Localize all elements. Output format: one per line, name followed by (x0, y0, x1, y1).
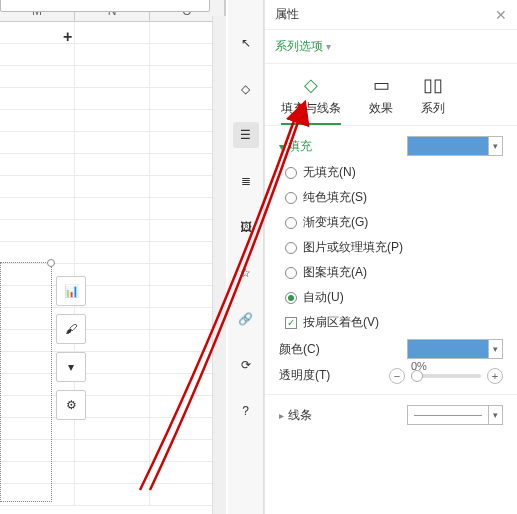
option-label: 图片或纹理填充(P) (303, 239, 403, 256)
link-icon: 🔗 (238, 312, 253, 326)
spreadsheet-area: M N O + 📊 🖌 ▾ ⚙ (0, 0, 226, 514)
series-color-dropdown[interactable]: ▾ (407, 339, 503, 359)
transparency-minus-button[interactable]: − (389, 368, 405, 384)
help-tool-button[interactable]: ? (233, 398, 259, 424)
cell-cursor-icon: + (63, 28, 72, 46)
fill-none-radio[interactable]: 无填充(N) (285, 164, 503, 181)
fill-gradient-radio[interactable]: 渐变填充(G) (285, 214, 503, 231)
option-label: 无填充(N) (303, 164, 356, 181)
chevron-down-icon: ▾ (279, 141, 284, 152)
cloud-icon: ⟳ (241, 358, 251, 372)
chevron-right-icon: ▸ (279, 410, 284, 421)
series-options-dropdown[interactable]: 系列选项 (275, 39, 331, 53)
tab-effects[interactable]: ▭ 效果 (369, 74, 393, 125)
chevron-down-icon: ▾ (488, 137, 502, 155)
chart-elements-button[interactable]: 📊 (56, 276, 86, 306)
fill-solid-radio[interactable]: 纯色填充(S) (285, 189, 503, 206)
series-icon: ▯▯ (422, 74, 444, 96)
funnel-icon: ▾ (68, 360, 74, 374)
close-icon[interactable]: ✕ (495, 7, 507, 23)
cursor-icon: ↖ (241, 36, 251, 50)
side-toolbar: ↖ ◇ ☰ ≣ 🖼 ☆ 🔗 ⟳ ? (228, 0, 264, 514)
brush-icon: 🖌 (65, 322, 77, 336)
shape-tool-button[interactable]: ◇ (233, 76, 259, 102)
chevron-down-icon: ▾ (488, 340, 502, 358)
fill-picture-radio[interactable]: 图片或纹理填充(P) (285, 239, 503, 256)
line-style-dropdown[interactable]: ▾ (407, 405, 503, 425)
panel-header: 属性 ✕ (265, 0, 517, 30)
option-label: 按扇区着色(V) (303, 314, 379, 331)
fill-color-dropdown[interactable]: ▾ (407, 136, 503, 156)
chart-styles-button[interactable]: 🖌 (56, 314, 86, 344)
section-title: 线条 (288, 408, 312, 422)
line-section: ▸线条 ▾ (265, 394, 517, 443)
fill-auto-radio[interactable]: 自动(U) (285, 289, 503, 306)
sliders-icon: ☰ (240, 128, 251, 142)
favorite-tool-button[interactable]: ☆ (233, 260, 259, 286)
select-tool-button[interactable]: ↖ (233, 30, 259, 56)
effects-icon: ▭ (370, 74, 392, 96)
backup-tool-button[interactable]: ⟳ (233, 352, 259, 378)
transparency-slider[interactable]: 0% (411, 374, 481, 378)
chart-settings-button[interactable]: ⚙ (56, 390, 86, 420)
gear-icon: ⚙ (66, 398, 77, 412)
resize-handle-icon[interactable] (47, 259, 55, 267)
fill-section: ▾填充 ▾ 无填充(N) 纯色填充(S) 渐变填充(G) 图片或纹理填充(P) … (265, 125, 517, 394)
vary-colors-checkbox[interactable]: ✓按扇区着色(V) (285, 314, 503, 331)
slider-tool-button[interactable]: ☰ (233, 122, 259, 148)
option-label: 渐变填充(G) (303, 214, 368, 231)
panel-tabs: ◇ 填充与线条 ▭ 效果 ▯▯ 系列 (265, 64, 517, 125)
tab-label: 填充与线条 (281, 100, 341, 117)
polygon-icon: ◇ (241, 82, 250, 96)
tab-fill-line[interactable]: ◇ 填充与线条 (281, 74, 341, 125)
help-icon: ? (242, 404, 249, 418)
tab-series[interactable]: ▯▯ 系列 (421, 74, 445, 125)
bar-chart-icon: 📊 (64, 284, 79, 298)
panel-title: 属性 (275, 6, 299, 23)
color-label: 颜色(C) (279, 341, 320, 358)
tab-label: 效果 (369, 100, 393, 117)
chart-floating-toolbar: 📊 🖌 ▾ ⚙ (56, 276, 86, 420)
option-label: 自动(U) (303, 289, 344, 306)
formula-input[interactable] (0, 0, 210, 12)
slider-thumb[interactable] (411, 370, 423, 382)
line-section-header[interactable]: ▸线条 ▾ (279, 405, 503, 425)
transparency-label: 透明度(T) (279, 367, 330, 384)
chevron-down-icon: ▾ (488, 406, 502, 424)
star-icon: ☆ (240, 266, 251, 280)
option-label: 图案填充(A) (303, 264, 367, 281)
image-icon: 🖼 (240, 220, 252, 234)
chart-filters-button[interactable]: ▾ (56, 352, 86, 382)
paint-bucket-icon: ◇ (300, 74, 322, 96)
vertical-scrollbar[interactable] (212, 16, 226, 514)
list-icon: ≣ (241, 174, 251, 188)
properties-panel: 属性 ✕ 系列选项 ◇ 填充与线条 ▭ 效果 ▯▯ 系列 ▾填充 ▾ 无填充(N… (264, 0, 517, 514)
chart-selection-frame[interactable] (0, 262, 52, 502)
fill-section-header[interactable]: ▾填充 ▾ (279, 136, 503, 156)
option-label: 纯色填充(S) (303, 189, 367, 206)
numlist-tool-button[interactable]: ≣ (233, 168, 259, 194)
link-tool-button[interactable]: 🔗 (233, 306, 259, 332)
transparency-plus-button[interactable]: + (487, 368, 503, 384)
image-tool-button[interactable]: 🖼 (233, 214, 259, 240)
tab-label: 系列 (421, 100, 445, 117)
fill-pattern-radio[interactable]: 图案填充(A) (285, 264, 503, 281)
section-title: 填充 (288, 139, 312, 153)
